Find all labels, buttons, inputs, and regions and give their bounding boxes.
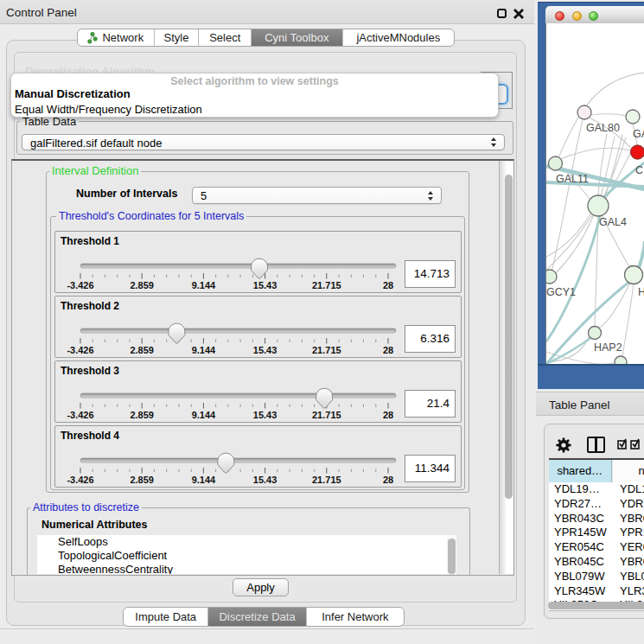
svg-text:GAL4: GAL4 (599, 216, 627, 228)
svg-text:-3.426: -3.426 (67, 410, 93, 420)
svg-text:-3.426: -3.426 (67, 345, 93, 355)
svg-text:H: H (638, 286, 644, 298)
svg-text:15.43: 15.43 (253, 410, 277, 420)
svg-text:-3.426: -3.426 (67, 280, 93, 290)
svg-text:21.715: 21.715 (312, 280, 341, 290)
svg-text:2.859: 2.859 (130, 280, 154, 290)
svg-text:2.859: 2.859 (130, 345, 154, 355)
svg-text:28: 28 (383, 410, 393, 420)
svg-text:9.144: 9.144 (192, 410, 216, 420)
svg-text:9.144: 9.144 (192, 345, 216, 355)
svg-text:2.859: 2.859 (130, 475, 154, 485)
svg-text:21.715: 21.715 (312, 345, 341, 355)
svg-text:28: 28 (383, 280, 393, 290)
svg-text:15.43: 15.43 (253, 280, 277, 290)
svg-text:GCY1: GCY1 (546, 286, 576, 298)
svg-text:2.859: 2.859 (130, 410, 154, 420)
svg-text:21.715: 21.715 (312, 475, 341, 485)
svg-text:15.43: 15.43 (253, 345, 277, 355)
svg-text:28: 28 (383, 345, 393, 355)
svg-text:9.144: 9.144 (192, 280, 216, 290)
svg-text:C: C (635, 164, 643, 176)
svg-text:GA: GA (633, 128, 644, 140)
svg-text:GAL11: GAL11 (556, 173, 589, 185)
svg-text:-3.426: -3.426 (67, 475, 93, 485)
svg-text:HAP2: HAP2 (594, 341, 622, 354)
svg-text:9.144: 9.144 (192, 475, 216, 485)
svg-text:GAL80: GAL80 (586, 122, 620, 134)
svg-text:28: 28 (383, 475, 393, 485)
svg-text:21.715: 21.715 (312, 410, 341, 420)
svg-text:15.43: 15.43 (253, 475, 277, 485)
